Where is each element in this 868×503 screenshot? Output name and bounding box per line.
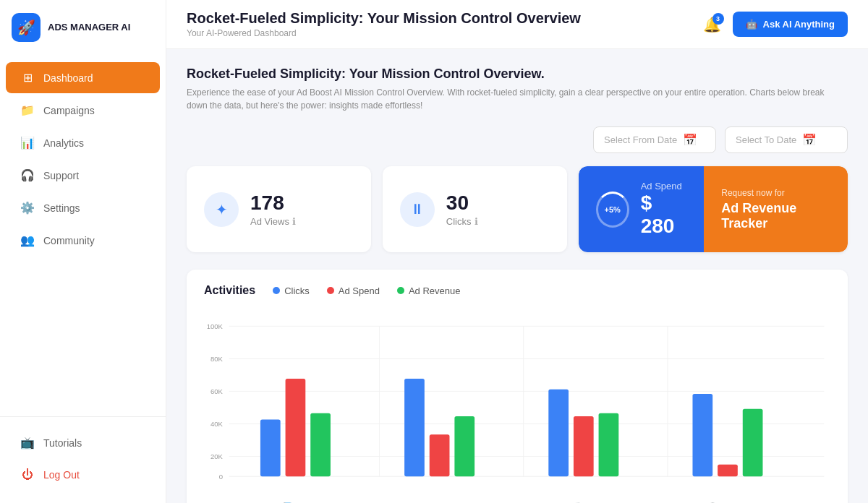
sidebar-item-settings[interactable]: ⚙️ Settings [6,192,160,223]
calendar-from-icon: 📅 [683,133,697,147]
content-area: Rocket-Fueled Simplicity: Your Mission C… [166,49,868,503]
meta-clicks-bar [260,419,281,476]
twitter-adspend-bar [430,434,450,476]
sidebar-bottom: 📺 Tutorials⏻ Log Out [0,416,166,503]
legend-clicks-dot [273,287,280,294]
analytics-icon: 📊 [20,136,35,150]
ad-views-info-icon: ℹ [292,216,296,227]
tiktok-adspend-bar [574,416,594,476]
google-clicks-bar [692,394,712,476]
spend-info: Ad Spend $ 280 [641,181,687,238]
ad-views-icon: ✦ [216,201,228,218]
svg-text:40K: 40K [210,420,224,428]
sidebar-label-dashboard: Dashboard [43,72,93,84]
sidebar-item-community[interactable]: 👥 Community [6,225,160,256]
sidebar-label-tutorials: Tutorials [43,437,82,449]
campaigns-icon: 📁 [20,103,35,117]
notification-badge: 3 [712,13,724,25]
sidebar-item-analytics[interactable]: 📊 Analytics [6,127,160,158]
ad-spend-card: +5% Ad Spend $ 280 [579,166,705,252]
date-from-label: Select From Date [604,134,677,145]
tiktok-clicks-bar [548,390,569,476]
ad-views-info: 178 Ad Views ℹ [250,192,296,227]
logo-icon: 🚀 [12,13,41,42]
svg-text:80K: 80K [210,355,224,363]
ad-views-icon-wrap: ✦ [204,192,239,227]
date-to-input[interactable]: Select To Date 📅 [725,126,848,153]
meta-adspend-bar [286,379,306,476]
chart-section: Activities Clicks Ad Spend Ad Revenue [187,270,848,503]
ad-spend-label: Ad Spend [641,181,687,192]
ad-views-card: ✦ 178 Ad Views ℹ [187,166,371,252]
legend-adspend-dot [327,287,334,294]
ad-combined-card: +5% Ad Spend $ 280 Request now for Ad Re… [579,166,848,252]
tiktok-adrevenue-bar [599,413,619,476]
chart-area: 100K 80K 60K 40K 20K 0 [204,309,830,496]
dashboard-icon: ⊞ [20,71,35,85]
svg-text:60K: 60K [210,387,224,395]
main-area: Rocket-Fueled Simplicity: Your Mission C… [166,0,868,503]
page-title: Rocket-Fueled Simplicity: Your Mission C… [187,10,581,27]
legend-adrevenue-dot [397,287,404,294]
revenue-title: Ad Revenue Tracker [721,201,830,231]
stats-row: ✦ 178 Ad Views ℹ ⏸ 30 Cli [187,166,848,252]
sidebar-label-campaigns: Campaigns [43,105,95,116]
ad-revenue-card[interactable]: Request now for Ad Revenue Tracker [704,166,848,252]
legend-clicks: Clicks [273,285,310,296]
chart-header: Activities Clicks Ad Spend Ad Revenue [204,284,830,297]
clicks-icon: ⏸ [410,201,425,218]
legend-adspend: Ad Spend [327,285,380,296]
clicks-icon-wrap: ⏸ [400,192,435,227]
sidebar-item-campaigns[interactable]: 📁 Campaigns [6,95,160,126]
svg-text:100K: 100K [207,322,224,330]
chart-title: Activities [204,284,255,297]
support-icon: 🎧 [20,168,35,182]
legend-clicks-label: Clicks [284,285,310,296]
twitter-clicks-bar [404,379,425,476]
chart-labels: 📘 Meta Ads 🐦 Twitter 🎵 TikTok 🔍 Google [204,496,830,503]
google-adrevenue-bar [743,409,763,477]
sidebar-label-analytics: Analytics [43,137,84,149]
notification-button[interactable]: 🔔 3 [703,16,721,33]
sidebar-item-logout[interactable]: ⏻ Log Out [6,460,160,490]
sidebar-item-tutorials[interactable]: 📺 Tutorials [6,427,160,458]
ad-views-value: 178 [250,192,296,215]
chart-svg: 100K 80K 60K 40K 20K 0 [204,309,830,496]
ask-ai-button[interactable]: 🤖 Ask AI Anything [733,12,848,37]
spend-percent: +5% [605,205,621,214]
revenue-request-text: Request now for [721,188,830,198]
community-icon: 👥 [20,233,35,247]
tutorials-icon: 📺 [20,436,35,450]
sidebar-label-support: Support [43,170,79,181]
date-from-input[interactable]: Select From Date 📅 [593,126,716,153]
header-text: Rocket-Fueled Simplicity: Your Mission C… [187,10,581,38]
logo-area: 🚀 ADS MANAGER AI [0,0,166,55]
sidebar: 🚀 ADS MANAGER AI ⊞ Dashboard📁 Campaigns📊… [0,0,166,503]
section-title: Rocket-Fueled Simplicity: Your Mission C… [187,66,848,82]
svg-text:20K: 20K [210,452,224,460]
date-filters: Select From Date 📅 Select To Date 📅 [187,126,848,153]
sidebar-item-support[interactable]: 🎧 Support [6,160,160,191]
header: Rocket-Fueled Simplicity: Your Mission C… [166,0,868,49]
date-to-label: Select To Date [736,134,796,145]
sidebar-item-dashboard[interactable]: ⊞ Dashboard [6,62,160,93]
clicks-card: ⏸ 30 Clicks ℹ [383,166,567,252]
calendar-to-icon: 📅 [802,133,817,147]
google-adspend-bar [718,465,738,476]
twitter-adrevenue-bar [454,416,475,476]
section-desc: Experience the ease of your Ad Boost AI … [187,86,838,112]
logout-icon: ⏻ [20,468,35,481]
legend-adrevenue-label: Ad Revenue [409,285,461,296]
sidebar-nav: ⊞ Dashboard📁 Campaigns📊 Analytics🎧 Suppo… [0,55,166,416]
page-subtitle: Your AI-Powered Dashboard [187,28,581,38]
ad-spend-value: $ 280 [641,192,687,238]
sidebar-label-logout: Log Out [43,469,80,481]
clicks-info-icon: ℹ [475,216,478,227]
ad-views-label: Ad Views ℹ [250,216,296,227]
legend-adrevenue: Ad Revenue [397,285,461,296]
clicks-label: Clicks ℹ [446,216,478,227]
meta-adrevenue-bar [310,413,331,476]
settings-icon: ⚙️ [20,201,35,215]
clicks-info: 30 Clicks ℹ [446,192,478,227]
clicks-value: 30 [446,192,478,215]
